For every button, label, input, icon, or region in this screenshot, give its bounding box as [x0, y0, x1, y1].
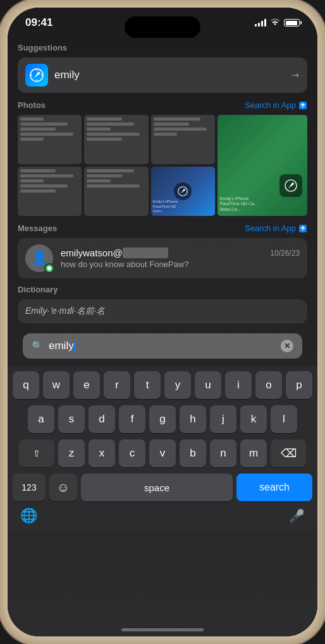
- key-d[interactable]: d: [89, 405, 115, 433]
- battery-fill: [286, 21, 297, 25]
- messages-search-arrow-icon: [298, 224, 307, 233]
- svg-marker-10: [180, 189, 186, 194]
- bar1: [255, 24, 257, 27]
- keyboard-bottom-row: 123 ☺ space search: [10, 474, 315, 501]
- bar3: [261, 21, 263, 27]
- search-clear-button[interactable]: ✕: [281, 340, 293, 352]
- battery-icon: [284, 19, 300, 27]
- key-mic[interactable]: 🎤: [289, 508, 305, 523]
- suggestions-title: Suggestions: [18, 43, 307, 52]
- photos-title: Photos: [18, 100, 46, 110]
- key-h[interactable]: h: [180, 405, 206, 433]
- keyboard: q w e r t y u i o p a s d f g: [8, 366, 317, 530]
- key-w[interactable]: w: [43, 371, 70, 399]
- bar4: [264, 19, 266, 27]
- messages-search-in-app[interactable]: Search in App: [245, 224, 307, 233]
- key-r[interactable]: r: [104, 371, 130, 399]
- message-info: emilywatson@■■■■■■■■ 10/26/23 how do you…: [61, 247, 300, 269]
- photo-thumb-3[interactable]: [151, 115, 215, 164]
- svg-marker-8: [288, 182, 295, 189]
- photo-thumb-5[interactable]: [84, 167, 148, 216]
- key-s[interactable]: s: [58, 405, 85, 433]
- message-preview: how do you know about FonePaw?: [61, 259, 300, 269]
- avatar-icon: 👤: [31, 250, 48, 266]
- status-time: 09:41: [25, 16, 52, 29]
- key-t[interactable]: t: [134, 371, 161, 399]
- dynamic-island: [125, 16, 200, 38]
- photos-grid: Emily's iPhoneFaceTime HD Ca...Meta Ca..…: [18, 115, 307, 216]
- messages-section: Messages Search in App 👤: [18, 224, 307, 278]
- key-space[interactable]: space: [81, 474, 233, 501]
- key-p[interactable]: p: [286, 371, 312, 399]
- search-bar-container: 🔍 emily ✕: [18, 328, 307, 361]
- key-b[interactable]: b: [180, 439, 206, 467]
- photos-section-header: Photos Search in App: [18, 100, 307, 110]
- key-l[interactable]: l: [271, 405, 297, 433]
- phone-screen: 09:41: [8, 8, 317, 636]
- photo-thumb-2[interactable]: [84, 115, 148, 164]
- home-indicator: [121, 628, 204, 631]
- status-icons: [255, 18, 300, 28]
- arrow-up-right-icon: ↗: [290, 69, 302, 81]
- safari-icon: [25, 64, 48, 86]
- dictionary-section: Dictionary Emily·ˈe·mɪli·名前·名: [18, 285, 307, 323]
- key-search[interactable]: search: [236, 474, 312, 501]
- key-z[interactable]: z: [58, 439, 85, 467]
- key-f[interactable]: f: [119, 405, 145, 433]
- svg-marker-5: [33, 71, 40, 79]
- search-bar-text[interactable]: emily: [49, 340, 276, 352]
- key-m[interactable]: m: [240, 439, 267, 467]
- photo-thumb-6[interactable]: Emily's iPhoneFaceTime HDCam...: [151, 167, 215, 216]
- photos-search-in-app[interactable]: Search in App: [245, 100, 307, 110]
- photos-search-arrow-icon: [298, 101, 307, 110]
- suggestion-left: emily: [25, 64, 80, 86]
- key-u[interactable]: u: [195, 371, 221, 399]
- photos-search-in-app-label: Search in App: [245, 100, 296, 110]
- screen-content: 09:41: [8, 8, 317, 636]
- key-e[interactable]: e: [73, 371, 100, 399]
- avatar: 👤: [25, 244, 53, 272]
- phone-frame: 09:41: [0, 0, 325, 644]
- message-sender: emilywatson@■■■■■■■■: [61, 247, 168, 258]
- message-item[interactable]: 👤 emilywatson@■■■■■■■■: [18, 238, 307, 278]
- key-delete[interactable]: ⌫: [271, 439, 306, 467]
- key-k[interactable]: k: [240, 405, 267, 433]
- key-v[interactable]: v: [149, 439, 176, 467]
- dictionary-title: Dictionary: [18, 285, 307, 294]
- keyboard-row-1: q w e r t y u i o p: [10, 371, 315, 399]
- photo-thumb-tall[interactable]: Emily's iPhoneFaceTime HD Ca...Meta Ca..…: [218, 115, 307, 216]
- photo-thumb-4[interactable]: [18, 167, 82, 216]
- suggestion-item[interactable]: emily ↗: [18, 57, 307, 93]
- keyboard-row-2: a s d f g h j k l: [10, 405, 315, 433]
- keyboard-extras-row: 🌐 🎤: [10, 501, 315, 528]
- suggestion-text: emily: [54, 69, 80, 81]
- key-i[interactable]: i: [225, 371, 252, 399]
- wifi-icon: [270, 18, 280, 28]
- key-y[interactable]: y: [164, 371, 191, 399]
- search-bar-search-icon: 🔍: [32, 340, 44, 352]
- bar2: [258, 23, 260, 27]
- messages-search-in-app-label: Search in App: [245, 224, 296, 233]
- messages-badge: [44, 263, 54, 273]
- key-emoji[interactable]: ☺: [49, 474, 77, 501]
- key-c[interactable]: c: [119, 439, 145, 467]
- keyboard-row-3: ⇧ z x c v b n m ⌫: [10, 439, 315, 467]
- signal-bars-icon: [255, 19, 266, 27]
- key-shift[interactable]: ⇧: [19, 439, 54, 467]
- dictionary-entry: Emily·ˈe·mɪli·名前·名: [18, 299, 307, 323]
- key-123[interactable]: 123: [13, 474, 46, 501]
- photo-thumb-1[interactable]: [18, 115, 82, 164]
- main-content: Suggestions: [8, 34, 317, 366]
- key-o[interactable]: o: [255, 371, 282, 399]
- messages-badge-icon: [47, 266, 52, 271]
- messages-title: Messages: [18, 224, 57, 233]
- key-j[interactable]: j: [210, 405, 236, 433]
- key-n[interactable]: n: [210, 439, 236, 467]
- message-time: 10/26/23: [270, 249, 300, 258]
- search-bar[interactable]: 🔍 emily ✕: [23, 333, 302, 359]
- key-a[interactable]: a: [28, 405, 54, 433]
- key-x[interactable]: x: [89, 439, 115, 467]
- key-q[interactable]: q: [13, 371, 39, 399]
- key-g[interactable]: g: [149, 405, 176, 433]
- key-globe[interactable]: 🌐: [20, 508, 37, 524]
